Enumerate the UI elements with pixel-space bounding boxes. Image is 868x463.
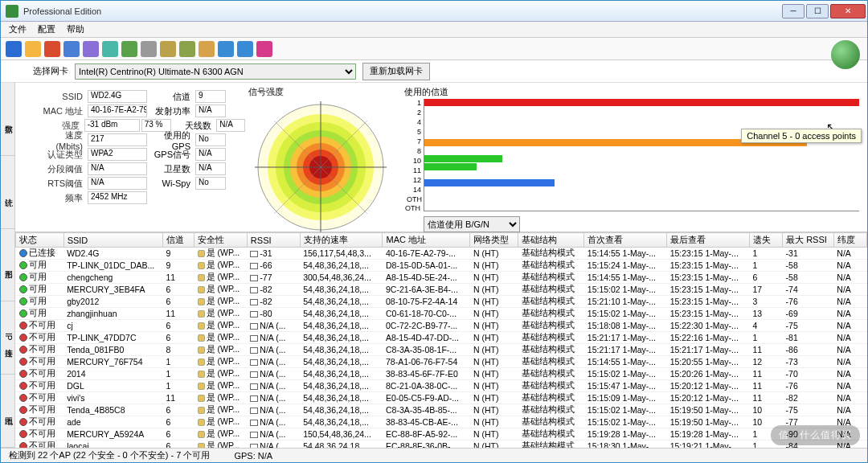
- col-6[interactable]: MAC 地址: [383, 233, 470, 248]
- table-row[interactable]: 可用MERCURY_3EB4FA6是 (WP...-8254,48,36,24,…: [16, 284, 867, 296]
- menubar: 文件配置帮助: [1, 22, 867, 38]
- status-ap: 检测到 22 个AP (22 个安全 - 0 个不安全) - 7 个可用: [9, 449, 210, 461]
- close-button[interactable]: ✕: [830, 4, 866, 18]
- radar-title: 信号强度: [248, 86, 401, 99]
- col-9[interactable]: 首次查看: [584, 233, 667, 248]
- maximize-button[interactable]: ☐: [806, 4, 829, 18]
- target-icon[interactable]: [44, 41, 60, 57]
- channels-title: 使用的信道: [404, 86, 859, 99]
- table-row[interactable]: 不可用MERCURY_A5924A6是 (WP...N/A (...150,54…: [16, 428, 867, 440]
- menu-帮助[interactable]: 帮助: [67, 23, 84, 35]
- menu-文件[interactable]: 文件: [9, 23, 27, 35]
- globe-icon[interactable]: [218, 41, 234, 57]
- copy-icon[interactable]: [160, 41, 176, 57]
- info-panel: SSIDWD2.4G信道9MAC 地址40-16-7E-A2-79-00发射功率…: [15, 83, 248, 232]
- col-4[interactable]: RSSI: [247, 233, 300, 248]
- app-icon: [6, 5, 18, 18]
- reload-adapter-button[interactable]: 重新加载网卡: [362, 63, 430, 80]
- adapter-select[interactable]: Intel(R) Centrino(R) Ultimate-N 6300 AGN: [75, 64, 356, 80]
- sidetab-2[interactable]: 图形: [1, 229, 14, 302]
- table-row[interactable]: 可用chengcheng11是 (WP...-77300,54,48,36,24…: [16, 272, 867, 284]
- col-0[interactable]: 状态: [16, 233, 64, 248]
- toolbar: [1, 38, 867, 60]
- table-row[interactable]: 不可用20141是 (WP...N/A (...54,48,36,24,18,.…: [16, 368, 867, 380]
- table-row[interactable]: 不可用MERCURY_76F7541是 (WP...N/A (...54,48,…: [16, 356, 867, 368]
- table-row[interactable]: 不可用DGL1是 (WP...N/A (...54,48,36,24,18,..…: [16, 380, 867, 392]
- globe-icon[interactable]: [831, 40, 860, 69]
- card-teal-icon[interactable]: [102, 41, 118, 57]
- about-icon[interactable]: [256, 41, 272, 57]
- save-icon[interactable]: [6, 41, 22, 57]
- col-10[interactable]: 最后查看: [667, 233, 750, 248]
- sidetab-0[interactable]: 数据: [1, 83, 14, 156]
- table-row[interactable]: 不可用vivi's11是 (WP...N/A (...54,48,36,24,1…: [16, 392, 867, 404]
- sidetab-4[interactable]: 地图: [1, 375, 14, 448]
- network-grid[interactable]: 状态SSID信道安全性RSSI支持的速率MAC 地址网络类型基础结构首次查看最后…: [15, 232, 867, 448]
- titlebar: Professional Edition ─ ☐ ✕: [1, 1, 867, 22]
- window-title: Professional Edition: [23, 6, 782, 16]
- col-2[interactable]: 信道: [163, 233, 194, 248]
- channels-panel: 使用的信道 OTH 12457810111214OTH 信道使用 B/G/N ↖…: [401, 83, 867, 232]
- col-8[interactable]: 基础结构: [518, 233, 584, 248]
- channel-chart: OTH 12457810111214OTH: [424, 99, 859, 211]
- col-1[interactable]: SSID: [63, 233, 162, 248]
- menu-配置[interactable]: 配置: [38, 23, 55, 35]
- statusbar: 检测到 22 个AP (22 个安全 - 0 个不安全) - 7 个可用 GPS…: [1, 448, 867, 462]
- col-12[interactable]: 最大 RSSI: [783, 233, 834, 248]
- open-icon[interactable]: [25, 41, 41, 57]
- table-row[interactable]: 可用TP-LINK_01DC_DAB...9是 (WP...-6654,48,3…: [16, 260, 867, 272]
- card-purple-icon[interactable]: [83, 41, 99, 57]
- oth-label: OTH: [405, 204, 420, 212]
- table-row[interactable]: 已连接WD2.4G9是 (WP...-31156,117,54,48,3...4…: [16, 248, 867, 260]
- channel-mode-select[interactable]: 信道使用 B/G/N: [424, 216, 520, 232]
- status-gps: GPS: N/A: [234, 451, 272, 461]
- col-13[interactable]: 纬度: [833, 233, 866, 248]
- col-3[interactable]: 安全性: [194, 233, 248, 248]
- radar-chart: [248, 99, 393, 234]
- minimize-button[interactable]: ─: [782, 4, 805, 18]
- card-blue-icon[interactable]: [63, 41, 80, 57]
- table-row[interactable]: 不可用Tenda_4B85C86是 (WP...N/A (...54,48,36…: [16, 404, 867, 416]
- table-row[interactable]: 不可用laocai6是 (WP...N/A (...54,48,36,24,18…: [16, 440, 867, 449]
- gps-icon[interactable]: [199, 41, 215, 57]
- table-row[interactable]: 可用zhangjinhuan11是 (WP...-8054,48,36,24,1…: [16, 308, 867, 320]
- table-row[interactable]: 不可用cj6是 (WP...N/A (...54,48,36,24,18,...…: [16, 320, 867, 332]
- table-row[interactable]: 不可用TP-LINK_47DD7C6是 (WP...N/A (...54,48,…: [16, 332, 867, 344]
- col-11[interactable]: 遗失: [749, 233, 782, 248]
- sidetab-3[interactable]: IP 连接: [1, 301, 14, 375]
- table-row[interactable]: 可用gby20126是 (WP...-8254,48,36,24,18,...0…: [16, 296, 867, 308]
- watermark: 值 · 什么值得买: [771, 425, 860, 445]
- help-icon[interactable]: [237, 41, 253, 57]
- adapter-label: 选择网卡: [33, 65, 68, 77]
- sidetab-1[interactable]: 统计: [1, 156, 14, 229]
- table-row[interactable]: 不可用ade6是 (WP...N/A (...54,48,36,24,18,..…: [16, 416, 867, 428]
- adapter-row: 选择网卡 Intel(R) Centrino(R) Ultimate-N 630…: [1, 60, 867, 83]
- table-row[interactable]: 不可用Tenda_081FB08是 (WP...N/A (...54,48,36…: [16, 344, 867, 356]
- export-icon[interactable]: [121, 41, 137, 57]
- col-7[interactable]: 网络类型: [470, 233, 518, 248]
- side-tabs: 数据统计图形IP 连接地图: [1, 83, 15, 448]
- col-5[interactable]: 支持的速率: [300, 233, 383, 248]
- print-icon[interactable]: [141, 41, 157, 57]
- signal-radar-panel: 信号强度: [248, 83, 401, 232]
- paste-icon[interactable]: [179, 41, 195, 57]
- chart-tooltip: Channel 5 - 0 access points: [741, 129, 862, 143]
